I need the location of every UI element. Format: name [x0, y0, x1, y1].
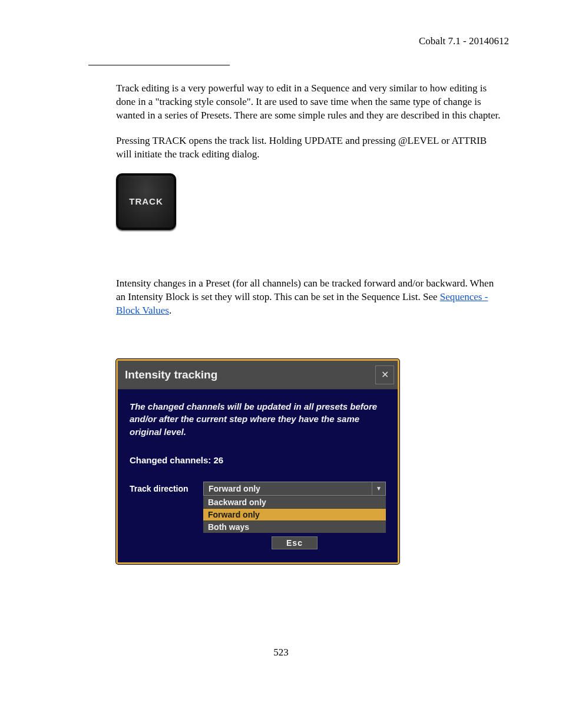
- changed-channels-count: 26: [214, 455, 224, 465]
- page-number: 523: [0, 647, 562, 658]
- combobox-value: Forward only: [204, 482, 372, 495]
- dropdown-list: Backward only Forward only Both ways: [203, 496, 386, 533]
- esc-button[interactable]: Esc: [272, 536, 318, 549]
- intensity-tracking-dialog: Intensity tracking ✕ The changed channel…: [116, 359, 399, 564]
- text: .: [169, 305, 171, 316]
- dropdown-option-forward[interactable]: Forward only: [203, 508, 386, 521]
- body-text: Track editing is a very powerful way to …: [116, 82, 503, 318]
- changed-channels-label: Changed channels:: [130, 455, 211, 465]
- dialog-titlebar: Intensity tracking ✕: [118, 361, 398, 390]
- header-version: Cobalt 7.1 - 20140612: [53, 35, 509, 47]
- paragraph: Track editing is a very powerful way to …: [116, 82, 503, 123]
- track-direction-dropdown: Forward only ▼ Backward only Forward onl…: [203, 482, 386, 549]
- track-direction-combobox[interactable]: Forward only ▼: [203, 482, 386, 496]
- track-key-graphic: TRACK: [116, 173, 176, 230]
- text: Intensity changes in a Preset (for all c…: [116, 278, 494, 302]
- dropdown-option-both[interactable]: Both ways: [203, 521, 386, 533]
- paragraph: Intensity changes in a Preset (for all c…: [116, 277, 503, 318]
- track-key-label: TRACK: [129, 196, 163, 207]
- chevron-down-icon: ▼: [372, 482, 385, 495]
- close-icon: ✕: [381, 369, 389, 380]
- dialog-description: The changed channels will be updated in …: [130, 400, 386, 439]
- track-direction-label: Track direction: [130, 482, 197, 493]
- document-page: Cobalt 7.1 - 20140612 Track editing is a…: [0, 0, 562, 728]
- paragraph: Pressing TRACK opens the track list. Hol…: [116, 134, 503, 162]
- track-direction-row: Track direction Forward only ▼ Backward …: [130, 482, 386, 549]
- dialog-body: The changed channels will be updated in …: [118, 390, 398, 562]
- dropdown-option-backward[interactable]: Backward only: [203, 496, 386, 508]
- changed-channels-row: Changed channels: 26: [130, 455, 386, 465]
- section-divider: [88, 65, 230, 65]
- dialog-title: Intensity tracking: [125, 368, 217, 381]
- close-button[interactable]: ✕: [375, 365, 394, 384]
